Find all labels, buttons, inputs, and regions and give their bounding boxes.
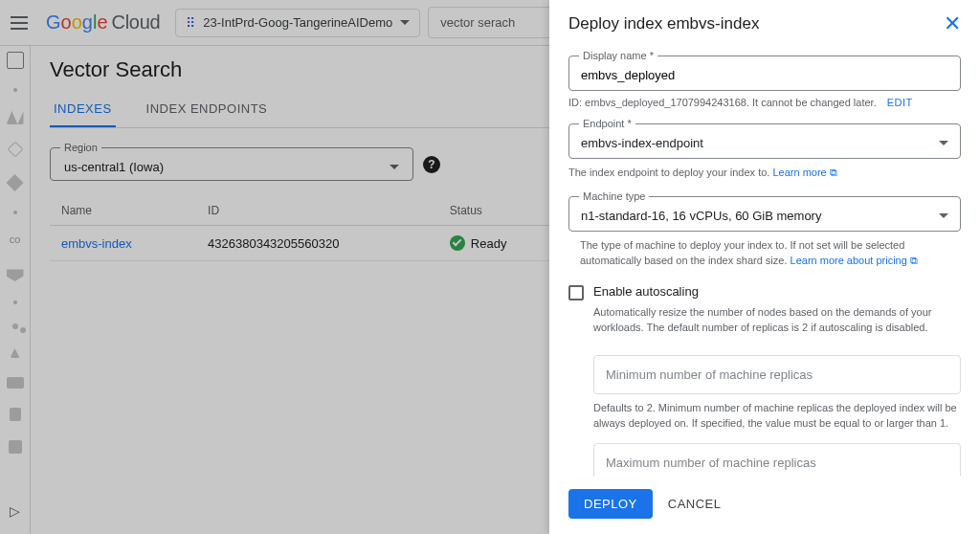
cancel-button[interactable]: CANCEL [668,497,722,511]
enable-autoscaling-checkbox[interactable] [568,285,584,300]
generated-id: ID: embvs_deployed_1707994243168. It can… [568,97,961,108]
learn-pricing-link[interactable]: Learn more about pricing ⧉ [791,255,918,266]
display-name-input[interactable] [569,56,960,90]
min-replicas-input[interactable] [593,355,961,394]
deploy-index-panel: Deploy index embvs-index ✕ Display name … [549,0,980,534]
learn-more-link[interactable]: Learn more ⧉ [772,167,836,178]
caret-down-icon [939,141,948,145]
panel-title: Deploy index embvs-index [568,14,944,33]
deploy-button[interactable]: DEPLOY [568,489,653,519]
edit-id-button[interactable]: EDIT [887,97,913,108]
external-link-icon: ⧉ [830,167,837,178]
autoscaling-label: Enable autoscaling [593,284,699,300]
close-icon[interactable]: ✕ [944,13,961,34]
caret-down-icon [939,213,948,218]
max-replicas-input[interactable] [593,443,961,477]
external-link-icon: ⧉ [910,255,918,266]
endpoint-select[interactable]: Endpoint * embvs-index-endpoint [568,123,961,159]
machine-type-select[interactable]: Machine type n1-standard-16, 16 vCPUs, 6… [568,196,961,232]
display-name-field[interactable]: Display name * [568,56,961,91]
